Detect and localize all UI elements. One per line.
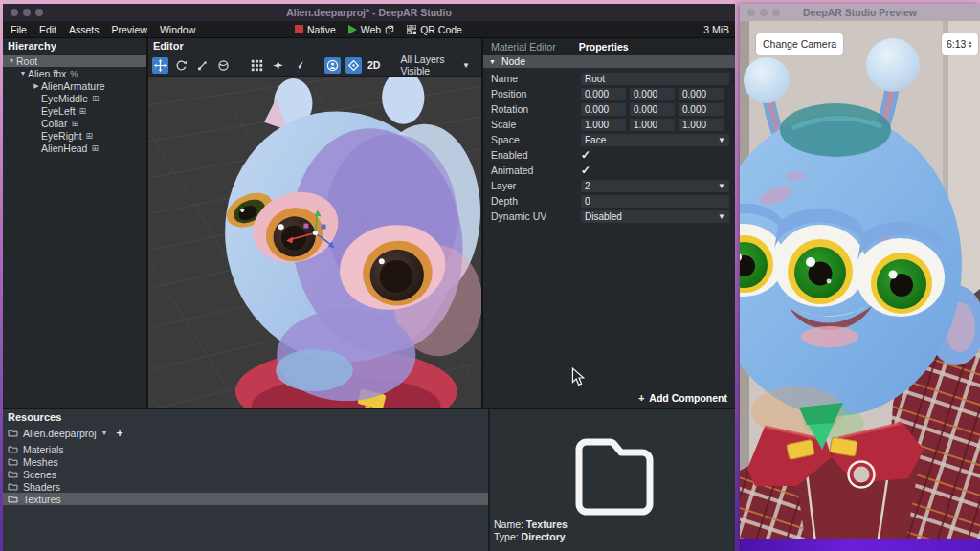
expand-open-icon[interactable]: ▼ xyxy=(18,70,28,77)
preview-bottom-bar xyxy=(740,539,980,551)
hierarchy-item-root[interactable]: ▼ Root xyxy=(3,55,146,67)
position-z-field[interactable]: 0.000 xyxy=(679,88,724,100)
stepper-icon[interactable]: ▴ ▾ xyxy=(969,40,971,49)
web-play-icon xyxy=(348,25,357,34)
preview-scene xyxy=(740,21,980,551)
hierarchy-item-alien-fbx[interactable]: ▼ Alien.fbx % xyxy=(3,67,146,79)
property-row-enabled: Enabled ✓ xyxy=(483,147,735,163)
zoom-window-button[interactable] xyxy=(35,9,43,16)
3d-viewport[interactable] xyxy=(148,76,481,408)
rotation-x-field[interactable]: 0.000 xyxy=(581,103,626,116)
folder-icon xyxy=(8,470,18,478)
rotation-y-field[interactable]: 0.000 xyxy=(630,103,675,116)
menu-file[interactable]: File xyxy=(11,24,27,35)
properties-panel: Material Editor Properties ▼ Node Name R… xyxy=(481,38,735,408)
resource-folder-shaders[interactable]: Shaders xyxy=(3,480,488,493)
minimize-window-button[interactable] xyxy=(760,9,768,16)
chevron-down-icon: ▼ xyxy=(718,182,725,190)
scale-x-field[interactable]: 1.000 xyxy=(581,119,626,131)
tool-navigate-button[interactable] xyxy=(291,57,307,74)
mesh-icon: ⊞ xyxy=(92,94,100,103)
tool-plane-button[interactable] xyxy=(270,57,286,74)
resource-detail-panel: Name: Textures Type: Directory xyxy=(488,409,735,551)
resource-folder-meshes[interactable]: Meshes xyxy=(3,455,488,468)
native-run-button[interactable]: Native xyxy=(295,24,336,35)
scale-z-field[interactable]: 1.000 xyxy=(679,119,724,131)
tool-face-tracking-button[interactable] xyxy=(324,57,341,74)
main-titlebar[interactable]: Alien.deeparproj* - DeepAR Studio xyxy=(3,4,735,21)
folder-icon xyxy=(8,445,18,453)
project-selector[interactable]: Alien.deeparproj ▼ + xyxy=(3,426,488,440)
tool-grid-button[interactable] xyxy=(249,57,265,74)
layers-visibility-dropdown[interactable]: All Layers Visible ▼ xyxy=(400,54,478,77)
hierarchy-item-eyeright[interactable]: EyeRight ⊞ xyxy=(3,129,146,142)
qr-code-button[interactable]: QR Code xyxy=(407,24,462,35)
hierarchy-item-alienhead[interactable]: AlienHead ⊞ xyxy=(3,142,146,154)
desktop: Alien.deeparproj* - DeepAR Studio File E… xyxy=(0,0,980,551)
expand-open-icon: ▼ xyxy=(489,58,496,65)
rotation-z-field[interactable]: 0.000 xyxy=(679,103,724,116)
properties-empty-area: + Add Component xyxy=(483,224,735,408)
position-x-field[interactable]: 0.000 xyxy=(581,88,626,100)
tool-globe-button[interactable] xyxy=(215,57,232,74)
menu-assets[interactable]: Assets xyxy=(69,24,100,35)
tool-scale-button[interactable] xyxy=(194,57,211,74)
hierarchy-item-eyeleft[interactable]: EyeLeft ⊞ xyxy=(3,104,146,117)
animated-checkbox[interactable]: ✓ xyxy=(581,164,590,177)
property-row-animated: Animated ✓ xyxy=(483,163,735,178)
change-camera-button[interactable]: Change Camera xyxy=(756,33,843,55)
position-y-field[interactable]: 0.000 xyxy=(630,88,675,100)
external-link-icon xyxy=(385,25,394,34)
plus-icon: + xyxy=(638,392,644,404)
editor-title: Editor xyxy=(148,38,481,55)
enabled-checkbox[interactable]: ✓ xyxy=(581,148,590,162)
web-run-button[interactable]: Web xyxy=(348,24,394,35)
expand-closed-icon[interactable]: ▶ xyxy=(32,82,41,90)
recording-duration-stepper[interactable]: 6:13 ▴ ▾ xyxy=(942,33,978,55)
add-component-button[interactable]: + Add Component xyxy=(638,392,727,404)
folder-icon xyxy=(8,457,18,466)
resource-folder-textures[interactable]: Textures xyxy=(3,493,488,505)
add-resource-button[interactable]: + xyxy=(116,427,122,440)
preview-titlebar[interactable]: DeepAR Studio Preview xyxy=(740,4,980,21)
menu-bar: File Edit Assets Preview Window Native W… xyxy=(3,21,735,38)
hierarchy-item-alienarmature[interactable]: ▶ AlienArmature xyxy=(3,79,146,92)
menu-edit[interactable]: Edit xyxy=(39,24,56,35)
hierarchy-item-eyemiddle[interactable]: EyeMiddle ⊞ xyxy=(3,92,146,104)
layer-dropdown[interactable]: 2 ▼ xyxy=(581,180,729,192)
navigation-arrow-icon xyxy=(293,59,305,72)
depth-field[interactable]: 0 xyxy=(581,195,729,208)
close-window-button[interactable] xyxy=(11,9,18,16)
tool-rotate-button[interactable] xyxy=(173,57,189,74)
property-row-scale: Scale 1.000 1.000 1.000 xyxy=(483,117,735,132)
camera-preview: Change Camera 6:13 ▴ ▾ xyxy=(740,21,980,551)
dynamic-uv-dropdown[interactable]: Disabled ▼ xyxy=(581,210,729,223)
name-field[interactable]: Root xyxy=(581,73,729,85)
face-tracking-icon xyxy=(326,59,339,72)
tool-move-button[interactable] xyxy=(152,57,168,74)
menu-preview[interactable]: Preview xyxy=(112,24,147,35)
minimize-window-button[interactable] xyxy=(23,9,31,16)
hierarchy-item-collar[interactable]: Collar ⊞ xyxy=(3,117,146,129)
tab-properties[interactable]: Properties xyxy=(579,41,629,53)
editor-toolbar: 2D All Layers Visible ▼ xyxy=(148,55,481,76)
mesh-icon: ⊞ xyxy=(91,143,99,153)
node-section-header[interactable]: ▼ Node xyxy=(483,55,735,68)
resource-folder-materials[interactable]: Materials xyxy=(3,443,488,455)
menu-window[interactable]: Window xyxy=(160,24,195,35)
tab-material-editor[interactable]: Material Editor xyxy=(491,41,556,53)
hierarchy-panel: Hierarchy ▼ Root ▼ Alien.fbx % ▶ AlienAr… xyxy=(3,38,148,408)
qr-code-icon xyxy=(407,25,416,34)
mesh-icon: ⊞ xyxy=(79,106,87,116)
zoom-window-button[interactable] xyxy=(772,9,780,16)
2d-mode-toggle[interactable]: 2D xyxy=(368,59,380,71)
resources-title: Resources xyxy=(3,409,488,426)
space-dropdown[interactable]: Face ▼ xyxy=(581,134,729,146)
close-window-button[interactable] xyxy=(747,9,755,16)
scale-y-field[interactable]: 1.000 xyxy=(630,119,675,131)
tool-anchor-button[interactable] xyxy=(345,57,362,74)
folder-icon xyxy=(8,495,18,503)
expand-open-icon[interactable]: ▼ xyxy=(7,57,16,64)
viewport-scene xyxy=(148,77,481,408)
resource-folder-scenes[interactable]: Scenes xyxy=(3,468,488,480)
